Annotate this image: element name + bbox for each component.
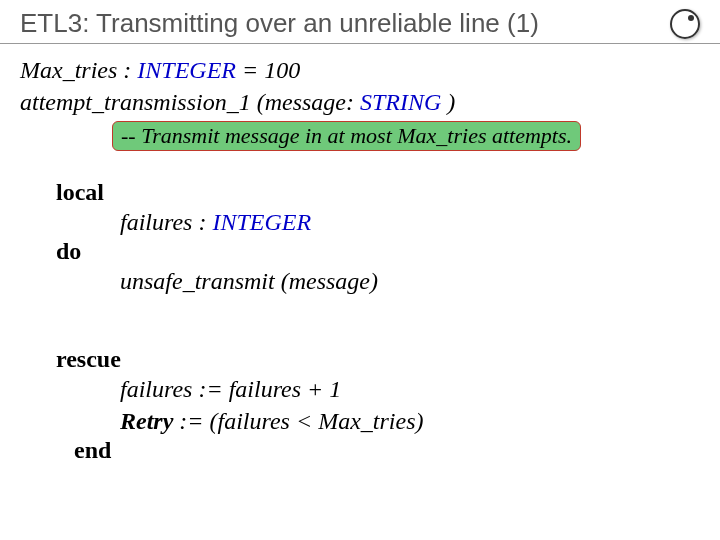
comment-suffix: attempts.: [486, 123, 572, 148]
comment-mid: in at most: [299, 123, 397, 148]
content-area: Max_tries : INTEGER = 100 attempt_transm…: [0, 44, 720, 474]
ident-failures: failures: [120, 209, 192, 235]
ident-max-tries: Max_tries: [20, 57, 117, 83]
rhs-failures: failures: [229, 376, 301, 402]
max-tries-declaration: Max_tries : INTEGER = 100: [20, 54, 700, 86]
arg-name: message: [265, 89, 346, 115]
type-integer: INTEGER: [212, 209, 311, 235]
colon: :: [117, 57, 137, 83]
keyword-do: do: [56, 238, 700, 265]
keyword-rescue: rescue: [56, 346, 700, 373]
keyword-end: end: [56, 437, 700, 464]
arg-type: STRING: [360, 89, 441, 115]
call-close: ): [370, 268, 378, 294]
slide-title: ETL3: Transmitting over an unreliable li…: [20, 8, 539, 39]
colon: :: [192, 209, 212, 235]
title-bar: ETL3: Transmitting over an unreliable li…: [0, 0, 720, 44]
comment-maxtries: Max_tries: [397, 123, 486, 148]
comment-box: -- Transmit message in at most Max_tries…: [112, 121, 581, 151]
procedure-signature: attempt_transmission_1 (message: STRING …: [20, 86, 700, 118]
keyword-retry: Retry: [120, 408, 173, 434]
assign-open: := (: [173, 408, 217, 434]
call-open: (: [275, 268, 289, 294]
cmp-lhs: failures: [218, 408, 290, 434]
call-name: unsafe_transmit: [120, 268, 275, 294]
arg-colon: :: [346, 89, 360, 115]
rescue-block: rescue failures := failures + 1 Retry :=…: [20, 346, 700, 465]
close-paren: ): [441, 89, 455, 115]
comment-message: message: [225, 123, 300, 148]
value-100: 100: [264, 57, 300, 83]
local-do-block: local failures : INTEGER do unsafe_trans…: [20, 179, 700, 298]
call-arg: message: [289, 268, 370, 294]
unsafe-transmit-call: unsafe_transmit (message): [56, 265, 700, 297]
keyword-local: local: [56, 179, 700, 206]
equals: =: [236, 57, 264, 83]
assign-op: :=: [192, 376, 228, 402]
proc-name: attempt_transmission_1: [20, 89, 251, 115]
open-paren: (: [251, 89, 265, 115]
failures-increment: failures := failures + 1: [56, 373, 700, 405]
close: ): [415, 408, 423, 434]
retry-assignment: Retry := (failures < Max_tries): [56, 405, 700, 437]
comment-row: -- Transmit message in at most Max_tries…: [20, 119, 700, 151]
type-integer: INTEGER: [137, 57, 236, 83]
plus: +: [301, 376, 329, 402]
comment-prefix: -- Transmit: [121, 123, 225, 148]
one: 1: [329, 376, 341, 402]
logo-icon: [670, 9, 700, 39]
cmp-rhs: Max_tries: [318, 408, 415, 434]
failures-declaration: failures : INTEGER: [56, 206, 700, 238]
lhs-failures: failures: [120, 376, 192, 402]
lt: <: [290, 408, 318, 434]
